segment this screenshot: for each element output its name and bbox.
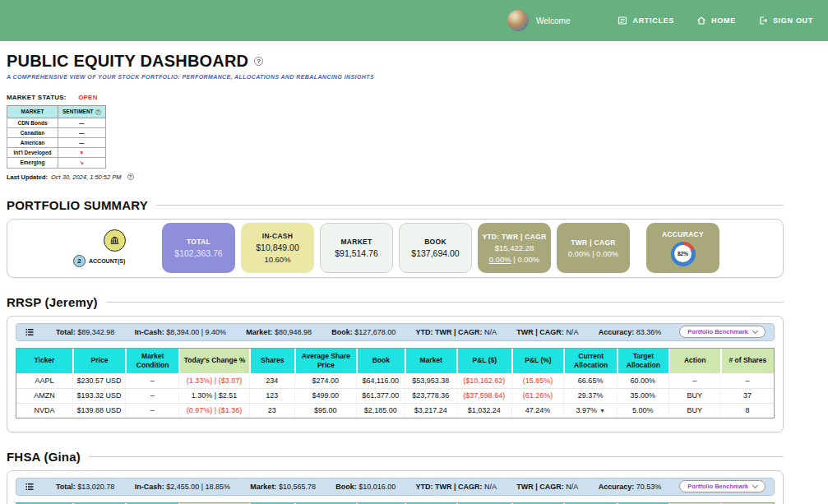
card-value: 0.00% | 0.00% <box>568 249 619 258</box>
card-ytd-twr-cagr: YTD: TWR | CAGR $15,422.28 0.00% | 0.00% <box>478 223 551 273</box>
nav-item-sign-out[interactable]: SIGN OUT <box>758 16 813 25</box>
help-icon[interactable] <box>254 57 263 66</box>
cell: 3.97%▼ <box>563 403 617 418</box>
cell: $95.00 <box>294 403 356 418</box>
cell: – <box>668 374 720 388</box>
list-menu-icon[interactable] <box>25 482 35 492</box>
stat: Accuracy: 83.36% <box>599 328 662 336</box>
column-header: Target Allocation <box>617 349 668 374</box>
page-subtitle: A COMPREHENSIVE VIEW OF YOUR STOCK PORTF… <box>7 74 784 80</box>
portfolio-summary: 2 ACCOUNT(S) TOTAL $102,363.76 IN-CASH $… <box>7 219 784 278</box>
column-header: Action <box>668 349 720 374</box>
cell: 37 <box>720 388 774 403</box>
list-menu-icon[interactable] <box>25 327 35 337</box>
column-header: Today's Change % <box>178 349 249 374</box>
card-book: BOOK $137,694.00 <box>399 223 472 273</box>
cell: — <box>58 118 106 127</box>
stat: YTD: TWR | CAGR: N/A <box>416 483 497 491</box>
cell: CDN Bonds <box>7 118 58 127</box>
cell: American <box>7 137 58 147</box>
benchmark-dropdown[interactable]: Portfolio Benchmark <box>679 480 766 492</box>
cell: 8 <box>720 403 774 418</box>
stat: Accuracy: 70.53% <box>599 483 662 491</box>
cell: (15.85%) <box>511 374 563 388</box>
benchmark-label: Portfolio Benchmark <box>687 328 748 335</box>
last-updated: Last Updated: Oct 30, 2024, 1:50:52 PM <box>7 173 784 181</box>
account-title: FHSA (Gina) <box>7 450 81 464</box>
card-subvalue: 0.00% | 0.00% <box>489 255 540 264</box>
sentiment-col-sentiment: SENTIMENT <box>58 106 106 118</box>
table-row: Emerging↘ <box>7 157 106 168</box>
stat: Total: $13,020.78 <box>56 483 114 491</box>
holdings-table: TickerPriceMarket ConditionToday's Chang… <box>16 348 775 418</box>
benchmark-label: Portfolio Benchmark <box>687 483 748 490</box>
nav-item-home[interactable]: HOME <box>696 16 736 25</box>
cell: $61,377.00 <box>356 388 405 403</box>
nav-item-label: SIGN OUT <box>773 16 813 25</box>
sign-out-icon <box>758 16 768 25</box>
card-label: TOTAL <box>187 238 210 246</box>
column-header: Book <box>356 349 405 374</box>
help-icon[interactable] <box>127 173 134 180</box>
avatar[interactable] <box>507 10 529 31</box>
benchmark-dropdown[interactable]: Portfolio Benchmark <box>679 326 766 338</box>
welcome-label: Welcome <box>536 16 571 25</box>
stat: TWR | CAGR: N/A <box>516 483 578 491</box>
user-menu[interactable]: Welcome <box>507 10 571 31</box>
card-value: $91,514.76 <box>335 248 378 258</box>
market-status-label: MARKET STATUS: <box>7 94 67 101</box>
column-header: P&L ($) <box>456 349 511 374</box>
chevron-down-icon <box>752 483 758 488</box>
column-header: P&L (%) <box>511 349 563 374</box>
page-title: PUBLIC EQUITY DASHBOARD <box>7 52 248 71</box>
column-header: Price <box>72 349 125 374</box>
card-label: BOOK <box>424 238 446 246</box>
sentiment-header-row: MARKET SENTIMENT <box>7 106 106 118</box>
help-icon[interactable] <box>95 109 101 115</box>
account-stats: Total: $13,020.78In-Cash: $2,455.00 | 18… <box>41 483 673 491</box>
accuracy-value: 82% <box>674 245 692 262</box>
cell: — <box>58 137 106 147</box>
holdings-header-row: TickerPriceMarket ConditionToday's Chang… <box>16 349 774 374</box>
cell: $3,217.24 <box>405 403 456 418</box>
table-row: American— <box>7 137 106 147</box>
last-updated-label: Last Updated: <box>7 173 48 181</box>
accuracy-donut: 82% <box>671 242 696 266</box>
card-label: IN-CASH <box>262 232 294 240</box>
card-accuracy: ACCURACY 82% <box>646 223 719 273</box>
summary-cards: TOTAL $102,363.76 IN-CASH $10,849.00 10.… <box>162 223 719 273</box>
card-label: MARKET <box>340 238 372 246</box>
top-nav: Welcome ARTICLES HOME SIGN OUT <box>0 0 828 41</box>
cell: $64,116.00 <box>356 374 405 388</box>
column-header: Current Allocation <box>563 349 617 374</box>
stat: TWR | CAGR: N/A <box>516 328 578 336</box>
card-in-cash: IN-CASH $10,849.00 10.60% <box>241 223 314 273</box>
nav-item-articles[interactable]: ARTICLES <box>618 16 674 25</box>
column-header: Ticker <box>16 349 72 374</box>
market-status: MARKET STATUS: OPEN <box>7 94 784 101</box>
bank-icon <box>104 229 126 252</box>
column-header: # of Shares <box>720 349 774 374</box>
table-row: Int'l Developed▼ <box>7 147 106 157</box>
divider <box>156 205 784 206</box>
cell: $23,778.36 <box>405 388 456 403</box>
cell: 123 <box>249 388 294 403</box>
card-label: YTD: TWR | CAGR <box>482 233 546 241</box>
cell: – <box>720 374 774 388</box>
home-icon <box>696 16 706 25</box>
cell: 234 <box>249 374 294 388</box>
column-header: Market Condition <box>125 349 178 374</box>
cell: 60.00% <box>617 374 668 388</box>
arrow-down-icon: ▼ <box>599 408 605 414</box>
stat: YTD: TWR | CAGR: N/A <box>416 328 497 336</box>
account-box: Total: $13,020.78In-Cash: $2,455.00 | 18… <box>7 470 784 504</box>
cell: (0.97%) | ($1.36) <box>178 403 249 418</box>
cell: $2,185.00 <box>356 403 405 418</box>
cell: (1.33%) | ($3.07) <box>178 374 249 388</box>
column-header: Market <box>405 349 456 374</box>
account-title: RRSP (Jeremy) <box>7 295 98 309</box>
cell: 5.00% <box>617 403 668 418</box>
table-row: CDN Bonds— <box>7 118 106 127</box>
account-section-rrsp: RRSP (Jeremy) Total: $89,342.98In-Cash: … <box>7 295 784 432</box>
cell: ↘ <box>58 157 106 168</box>
